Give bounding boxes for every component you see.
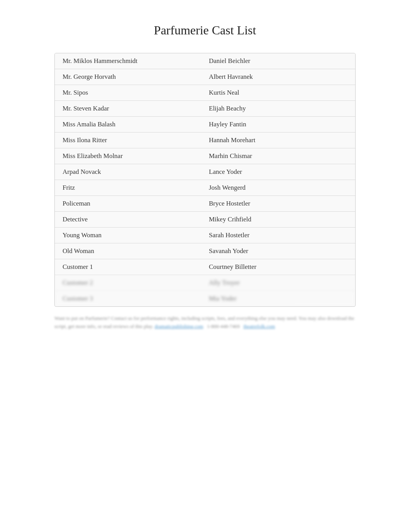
role-cell: Arpad Novack [63, 168, 209, 176]
name-cell: Hayley Fantin [209, 121, 347, 128]
table-row: Customer 1Courtney Billetter [55, 259, 355, 275]
name-cell: Sarah Hostetler [209, 231, 347, 239]
table-row: Customer 3Mia Yoder [55, 291, 355, 306]
name-cell: Elijah Beachy [209, 105, 347, 112]
name-cell: Daniel Beichler [209, 57, 347, 65]
name-cell: Mikey Crihfield [209, 216, 347, 223]
cast-table: Mr. Miklos HammerschmidtDaniel BeichlerM… [54, 53, 356, 307]
table-row: Young WomanSarah Hostetler [55, 228, 355, 243]
name-cell: Albert Havranek [209, 73, 347, 81]
table-row: Mr. SiposKurtis Neal [55, 85, 355, 101]
name-cell: Hannah Morehart [209, 136, 347, 144]
name-cell: Marhin Chismar [209, 152, 347, 160]
role-cell: Old Woman [63, 247, 209, 255]
role-cell: Customer 1 [63, 263, 209, 271]
role-cell: Detective [63, 216, 209, 223]
role-cell: Miss Elizabeth Molnar [63, 152, 209, 160]
name-cell: Courtney Billetter [209, 263, 347, 271]
table-row: Mr. Miklos HammerschmidtDaniel Beichler [55, 53, 355, 69]
name-cell: Mia Yoder [209, 295, 347, 303]
role-cell: Young Woman [63, 231, 209, 239]
table-row: PolicemanBryce Hostetler [55, 196, 355, 212]
role-cell: Miss Ilona Ritter [63, 136, 209, 144]
role-cell: Miss Amalia Balash [63, 121, 209, 128]
role-cell: Customer 3 [63, 295, 209, 303]
footer-blurred: Want to put on Parfumerie? Contact us fo… [54, 314, 356, 331]
table-row: Arpad NovackLance Yoder [55, 164, 355, 180]
role-cell: Policeman [63, 200, 209, 207]
name-cell: Kurtis Neal [209, 89, 347, 97]
role-cell: Fritz [63, 184, 209, 192]
table-row: DetectiveMikey Crihfield [55, 212, 355, 228]
name-cell: Ally Troyer [209, 279, 347, 287]
table-row: Mr. Steven KadarElijah Beachy [55, 101, 355, 117]
role-cell: Customer 2 [63, 279, 209, 287]
table-row: Mr. George HorvathAlbert Havranek [55, 69, 355, 85]
name-cell: Savanah Yoder [209, 247, 347, 255]
role-cell: Mr. Steven Kadar [63, 105, 209, 112]
name-cell: Lance Yoder [209, 168, 347, 176]
table-row: FritzJosh Wengerd [55, 180, 355, 196]
table-row: Miss Elizabeth MolnarMarhin Chismar [55, 148, 355, 164]
table-row: Miss Ilona RitterHannah Morehart [55, 133, 355, 148]
name-cell: Josh Wengerd [209, 184, 347, 192]
role-cell: Mr. George Horvath [63, 73, 209, 81]
name-cell: Bryce Hostetler [209, 200, 347, 207]
role-cell: Mr. Miklos Hammerschmidt [63, 57, 209, 65]
table-row: Customer 2Ally Troyer [55, 275, 355, 291]
table-row: Old WomanSavanah Yoder [55, 243, 355, 259]
table-row: Miss Amalia BalashHayley Fantin [55, 117, 355, 133]
page-title: Parfumerie Cast List [15, 23, 395, 37]
role-cell: Mr. Sipos [63, 89, 209, 97]
